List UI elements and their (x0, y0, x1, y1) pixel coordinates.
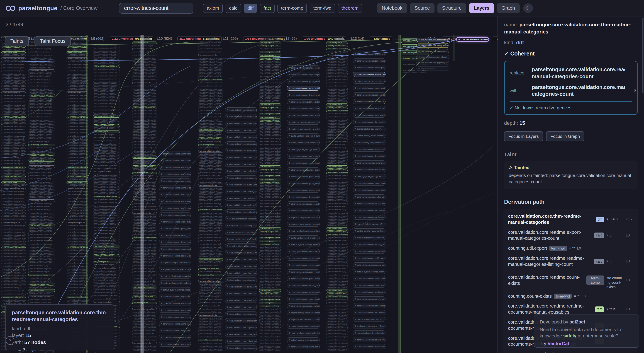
graph-node[interactable]: core.validation.core.engine.export- (225, 175, 257, 180)
graph-node[interactable]: core.validation.core.* (10) (326, 332, 348, 335)
graph-node[interactable]: core.validation.core.loader.eff (326, 326, 348, 329)
graph-node[interactable]: core.validation.core.atoms.* (3 (28, 150, 55, 153)
graph-node[interactable]: :core.validation.core.lang.pars (132, 184, 157, 187)
graph-node[interactable]: core.validation.core.atoms.term (28, 277, 55, 279)
graph-node[interactable]: core.validation.core.lang.* (38 (2, 290, 26, 292)
graph-node[interactable]: core.validation.core.demos.appl (132, 125, 157, 128)
graph-node[interactable]: core.validation.core.lazy-count-mat (416, 49, 449, 53)
graph-node[interactable]: core.validation.core.readme.rea (2, 256, 26, 258)
graph-node[interactable]: core.validation.core.engine.* ( (326, 60, 348, 63)
graph-node[interactable]: core.validation.core.system.sys (198, 317, 223, 320)
graph-node[interactable]: core.validation.core.demos.appl (132, 255, 157, 258)
graph-node[interactable]: :core.validation.core.lang.pars (198, 289, 223, 292)
graph-node[interactable]: core.validation.core.lang.dsl- (2, 55, 26, 57)
graph-node[interactable]: core.validation.core.loader.safety- (225, 203, 257, 207)
graph-node[interactable]: :use epistemics.joint-sta (198, 314, 223, 316)
graph-node[interactable]: core.validation.core.engine.* ( (132, 320, 157, 323)
graph-node[interactable]: core.validation.core.atoms.term-dis (159, 178, 191, 183)
graph-node[interactable]: :core.validation.core.lang.pars (132, 54, 157, 56)
graph-node[interactable]: core.validation.core.system.* ( (259, 221, 281, 224)
graph-node[interactable]: :core.validation.core.readme.co (198, 209, 223, 211)
graph-node[interactable]: core.validation.core.readme.rea (28, 221, 55, 224)
graph-node[interactable]: core.validation.core.loader.off (259, 187, 281, 190)
graph-node[interactable]: :core.validation.core.lang.axio (132, 311, 157, 313)
graph-node[interactable]: core.validation.core.readme.rea (132, 246, 157, 248)
graph-node[interactable]: core.validation.core.engine.dep (326, 274, 348, 276)
graph-node[interactable]: core.validation.core.readme.rea (28, 104, 55, 106)
graph-node[interactable]: core.validation.core.readme.rea (326, 199, 348, 202)
graph-node[interactable]: core.validation.core.readme.rea (259, 153, 281, 156)
graph-node[interactable]: core.validation.core.default_sy (28, 218, 55, 221)
graph-node[interactable]: core.validation.core.readme.rea (326, 138, 348, 140)
graph-node[interactable]: core.validation.core.lazy_loade (93, 230, 120, 232)
graph-node[interactable]: core.validation.core.engine.dep (326, 150, 348, 153)
graph-node[interactable]: core.validation.core.default_sy (132, 100, 157, 103)
graph-node[interactable]: core.validation.core.qv-penalty-val (416, 61, 449, 65)
graph-node[interactable]: core.validation.core.atoms.module-i (225, 107, 257, 112)
graph-node[interactable]: core.validation.core.engine.exp (259, 255, 281, 258)
graph-node[interactable]: core.validation.core.lang.* (38 (28, 268, 55, 270)
graph-node[interactable]: core.validation.core.engine.exa (198, 298, 223, 301)
graph-node[interactable]: core.validation.core.demos.appl (2, 265, 26, 267)
graph-node[interactable]: core.validation.core.atoms.dsl-help (159, 321, 191, 326)
graph-node[interactable]: core.validation.core.atoms.term-dis (159, 328, 191, 333)
graph-node[interactable]: core.validation.core.lang.* (38 (93, 109, 120, 111)
graph-node[interactable]: core.validation.core.system.sys (132, 215, 157, 217)
graph-node[interactable]: core.validation.core.* (10) (326, 147, 348, 149)
graph-node[interactable]: :use core.validation.core.lang. (198, 150, 223, 153)
filter-chip-fact[interactable]: fact (260, 4, 274, 13)
graph-node[interactable]: :core.validation.core.lang.axio (66, 61, 88, 63)
graph-node[interactable]: :use counting.util.ex (2, 181, 26, 184)
graph-node[interactable]: core.validation.core.readme.rea (198, 218, 223, 221)
graph-node[interactable]: core.validation.core.lazy_loade (28, 131, 55, 134)
graph-node[interactable]: :core.validation.core.lang.diff (28, 190, 55, 193)
graph-node[interactable]: core.validation.core.engine.dep (28, 193, 55, 196)
graph-node[interactable]: core.validation.core.readme.rea (326, 277, 348, 279)
graph-node[interactable]: core.validation.core.loader.loa (198, 107, 223, 109)
graph-node[interactable]: core.validation.core.system.* ( (93, 47, 120, 49)
graph-node[interactable]: core.validation.core.lazy_loade (2, 280, 26, 283)
graph-node[interactable]: core.validation.core.lang.dsl- (66, 184, 88, 187)
graph-node[interactable]: core.validation.core.engine.dep (132, 206, 157, 208)
graph-node[interactable]: core.validation.core.demos.labeled- (353, 344, 386, 349)
graph-node[interactable]: core.validation.core.lang.dsl- (132, 153, 157, 156)
graph-node[interactable]: core.validation.core.loader.eff (326, 203, 348, 205)
graph-node[interactable]: core.validation.core.quote_veri (28, 209, 55, 211)
graph-node[interactable]: :use counting.count-exists-b (93, 245, 120, 248)
graph-node[interactable]: core.validation.core.default_system (287, 93, 320, 97)
graph-node[interactable]: :use core.validation.core.lang. (93, 137, 120, 139)
graph-node[interactable]: core.validation.core.readme.rea (93, 69, 120, 71)
graph-node[interactable]: :use epistemics.joint-sta (132, 212, 157, 214)
graph-node[interactable]: :counting.count-exists-step (259, 57, 281, 60)
graph-node[interactable]: :use epistemics.joint-sta (66, 92, 88, 94)
graph-node[interactable]: core.validation.core.engine.* ( (198, 162, 223, 165)
graph-node[interactable]: core.validation.core.default_system (353, 242, 386, 247)
graph-node[interactable]: core.validation.core.ast_verifi (2, 277, 26, 280)
graph-node[interactable]: core.validation.core.demos.spec (326, 342, 348, 344)
graph-node[interactable]: :epistemics.count-hallucinated (93, 168, 120, 170)
graph-node[interactable]: core.validation.core.ast_verifi (2, 147, 26, 150)
graph-node[interactable]: core.validation.core.* (13) (259, 286, 281, 289)
graph-node[interactable]: :core.validation.core.lang.diff (198, 175, 223, 177)
graph-node[interactable]: core.validation.core.demos.* (2 (198, 91, 223, 94)
graph-node[interactable]: core.validation.core.quote_veri (66, 231, 88, 233)
graph-node[interactable]: :use counting.util.ex (66, 181, 88, 184)
graph-node[interactable]: core.validation.core.demos.appl (93, 214, 120, 217)
graph-node[interactable]: :core.validation.core.lang.diff (132, 203, 157, 205)
graph-node[interactable]: core.validation.core.lang.dsl- (93, 264, 120, 266)
graph-node[interactable]: :use epistemics.joint-sta (198, 184, 223, 187)
graph-node[interactable]: core.validation.core.engine.export- (287, 167, 320, 172)
graph-node[interactable]: core.validation.core.system.sys (259, 218, 281, 221)
graph-node[interactable]: verifier-penalty-values-confirmed = (353, 133, 386, 138)
graph-node[interactable]: core.validation.core.ast_verifi (66, 147, 88, 150)
graph-node[interactable]: :core.validation.core.readme.co (66, 116, 88, 119)
graph-node[interactable]: core.validation.core.atoms.* (3 (66, 172, 88, 175)
graph-node[interactable]: :epistemics.count-hallucinated (132, 79, 157, 81)
graph-node[interactable]: :epistemics.count-hallucinated (198, 51, 223, 53)
graph-node[interactable]: :core.validation.core.readme.co (28, 94, 55, 97)
graph-node[interactable]: core.validation.core.readme.rea (326, 339, 348, 341)
graph-node[interactable]: :use epistemics.joint-sta (28, 199, 55, 202)
graph-node[interactable]: core.validation.core.loader.eff (132, 128, 157, 131)
graph-node[interactable]: core.validation.core.readme.rea (28, 97, 55, 100)
graph-node[interactable]: :use counting.util.ex (259, 165, 281, 168)
